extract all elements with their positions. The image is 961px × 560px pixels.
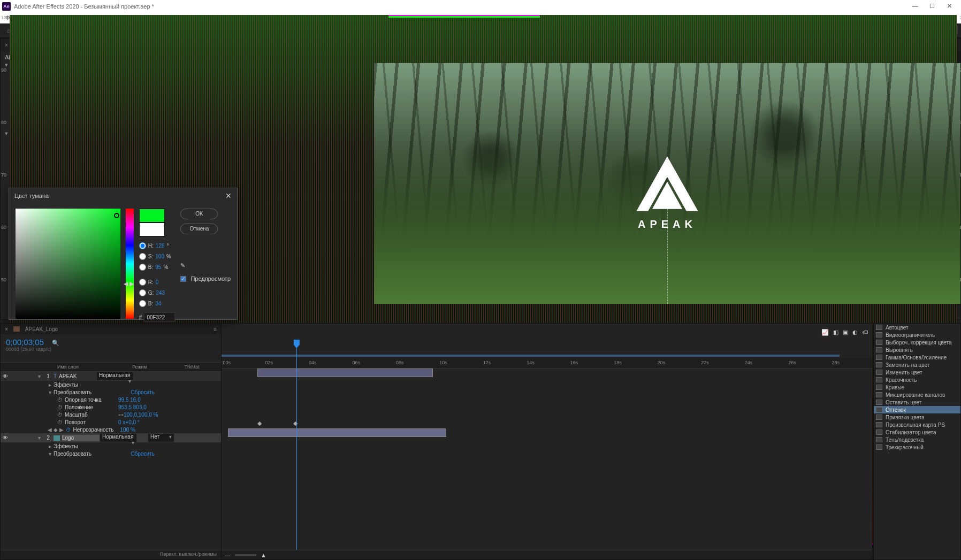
- color-field[interactable]: [16, 209, 120, 319]
- playhead[interactable]: [296, 340, 297, 559]
- effects-group[interactable]: Эффекты: [54, 443, 78, 449]
- layer-name[interactable]: Logo: [62, 435, 100, 441]
- stopwatch-on-icon[interactable]: ⏱: [66, 427, 71, 433]
- layer-row[interactable]: 👁 ▾ 1 T APEAK Нормальная: [1, 372, 221, 381]
- blend-mode-dropdown[interactable]: Нормальная: [96, 372, 134, 381]
- visibility-icon[interactable]: 👁: [3, 373, 11, 379]
- zoom-slider[interactable]: [235, 554, 256, 556]
- cancel-button[interactable]: Отмена: [180, 224, 218, 234]
- preset-item[interactable]: Тень/подсветка: [874, 436, 960, 443]
- b-value[interactable]: 95: [155, 264, 161, 270]
- layer-type-icon: [54, 435, 60, 441]
- preset-item[interactable]: Трехкрасочный: [874, 443, 960, 451]
- maximize-button[interactable]: ☐: [927, 3, 937, 10]
- visibility-icon[interactable]: 👁: [3, 435, 11, 441]
- toggle-switches[interactable]: Перекл. выключ./режимы: [1, 550, 221, 559]
- zoom-out-icon[interactable]: —: [225, 552, 231, 558]
- link-icon[interactable]: ⊶: [118, 412, 124, 418]
- time-tick: 28s: [832, 360, 840, 365]
- preset-label: Оставить цвет: [886, 400, 921, 405]
- preset-item[interactable]: Кривые: [874, 383, 960, 391]
- trkmat-dropdown[interactable]: Нет: [148, 433, 174, 442]
- layer-name[interactable]: APEAK: [59, 373, 96, 379]
- hex-input[interactable]: [144, 312, 175, 322]
- comp-flow-icon[interactable]: ◧: [833, 329, 838, 336]
- ok-button[interactable]: OK: [180, 209, 218, 219]
- tag-icon[interactable]: 🏷: [862, 329, 868, 335]
- transform-reset[interactable]: Сбросить: [131, 451, 155, 457]
- g-radio[interactable]: [139, 289, 146, 296]
- b-radio[interactable]: [139, 264, 146, 271]
- expand-icon[interactable]: ▸: [49, 382, 51, 388]
- opacity-label: Непрозрачность: [73, 427, 120, 433]
- blend-mode-dropdown[interactable]: Нормальная: [100, 433, 137, 442]
- preset-item[interactable]: Выровнять: [874, 346, 960, 354]
- expand-icon[interactable]: ▾: [49, 451, 51, 457]
- layer-row[interactable]: 👁 ▾ 2 Logo Нормальная Нет: [1, 433, 221, 442]
- preset-item[interactable]: Оттенок: [874, 406, 960, 413]
- dialog-close-icon[interactable]: ✕: [225, 191, 232, 200]
- panel-close-icon[interactable]: ×: [5, 326, 8, 332]
- timeline-search-icon[interactable]: 🔍: [52, 340, 59, 346]
- anchor-value[interactable]: 99,5 16,0: [118, 397, 141, 403]
- anchor-label: Опорная точка: [65, 397, 118, 403]
- stopwatch-icon[interactable]: ⏱: [57, 397, 63, 403]
- preset-item[interactable]: Заменить на цвет: [874, 361, 960, 369]
- h-radio[interactable]: [139, 242, 146, 249]
- draft-icon[interactable]: ▣: [843, 329, 848, 336]
- stopwatch-icon[interactable]: ⏱: [57, 412, 63, 418]
- eyedropper-icon[interactable]: ✎: [180, 262, 185, 269]
- layer-bar[interactable]: [257, 369, 433, 377]
- h-value[interactable]: 128: [156, 243, 165, 249]
- transform-group[interactable]: Преобразовать: [54, 389, 91, 395]
- expand-layer-icon[interactable]: ▾: [38, 435, 41, 441]
- expand-icon[interactable]: ▾: [49, 389, 51, 395]
- expand-icon[interactable]: ▸: [49, 443, 51, 449]
- s-value[interactable]: 100: [155, 254, 164, 259]
- position-value[interactable]: 953,5 803,0: [118, 404, 147, 410]
- hue-slider[interactable]: ◀ ▶: [126, 209, 134, 319]
- transform-reset[interactable]: Сбросить: [131, 389, 155, 395]
- layer-bar[interactable]: [228, 428, 446, 437]
- preset-item[interactable]: Микширование каналов: [874, 391, 960, 398]
- close-button[interactable]: ✕: [944, 3, 955, 10]
- effects-group[interactable]: Эффекты: [54, 382, 78, 388]
- preset-icon: [876, 385, 882, 390]
- minimize-button[interactable]: —: [910, 3, 920, 10]
- scale-value[interactable]: 100,0,100,0 %: [124, 412, 158, 418]
- motion-blur-icon[interactable]: ◐: [852, 329, 858, 336]
- preset-item[interactable]: Видеоограничитель: [874, 331, 960, 339]
- preview-checkbox[interactable]: ✓: [180, 276, 186, 282]
- r-radio[interactable]: [139, 279, 146, 286]
- time-ruler[interactable]: :00s02s04s06s08s10s12s14s16s18s20s22s24s…: [222, 358, 872, 369]
- preset-item[interactable]: Гамма/Основа/Усиление: [874, 354, 960, 361]
- graph-editor-icon[interactable]: 📈: [821, 329, 829, 336]
- keyframe-icon[interactable]: ◆: [257, 420, 262, 427]
- keyframe-nav-icon[interactable]: ◀ ◆ ▶: [48, 427, 64, 433]
- expand-layer-icon[interactable]: ▾: [38, 373, 41, 379]
- preset-item[interactable]: Выбороч..коррекция цвета: [874, 339, 960, 346]
- stopwatch-icon[interactable]: ⏱: [57, 404, 63, 410]
- composition-viewer[interactable]: APEAK: [374, 63, 960, 304]
- preset-item[interactable]: Изменить цвет: [874, 369, 960, 376]
- preset-item[interactable]: Оставить цвет: [874, 398, 960, 406]
- transform-group[interactable]: Преобразовать: [54, 451, 91, 457]
- preset-item[interactable]: Красочность: [874, 376, 960, 383]
- opacity-value[interactable]: 100 %: [120, 427, 135, 433]
- color-cursor[interactable]: [114, 213, 119, 218]
- current-timecode[interactable]: 0;00;03;05: [6, 337, 44, 347]
- zoom-in-icon[interactable]: ▲: [261, 552, 266, 558]
- bv-value[interactable]: 34: [155, 301, 161, 306]
- work-area-bar[interactable]: [222, 355, 840, 357]
- stopwatch-icon[interactable]: ⏱: [57, 419, 63, 425]
- hue-cursor[interactable]: ◀ ▶: [124, 278, 136, 282]
- g-value[interactable]: 243: [156, 290, 165, 296]
- preset-item[interactable]: Автоцвет: [874, 324, 960, 331]
- preset-item[interactable]: Привязка цвета: [874, 413, 960, 421]
- rotation-value[interactable]: 0 x+0,0 °: [118, 419, 140, 425]
- r-value[interactable]: 0: [156, 279, 159, 285]
- preset-item[interactable]: Стабилизатор цвета: [874, 428, 960, 436]
- s-radio[interactable]: [139, 253, 146, 260]
- bv-radio[interactable]: [139, 300, 146, 307]
- preset-item[interactable]: Произвольная карта PS: [874, 421, 960, 428]
